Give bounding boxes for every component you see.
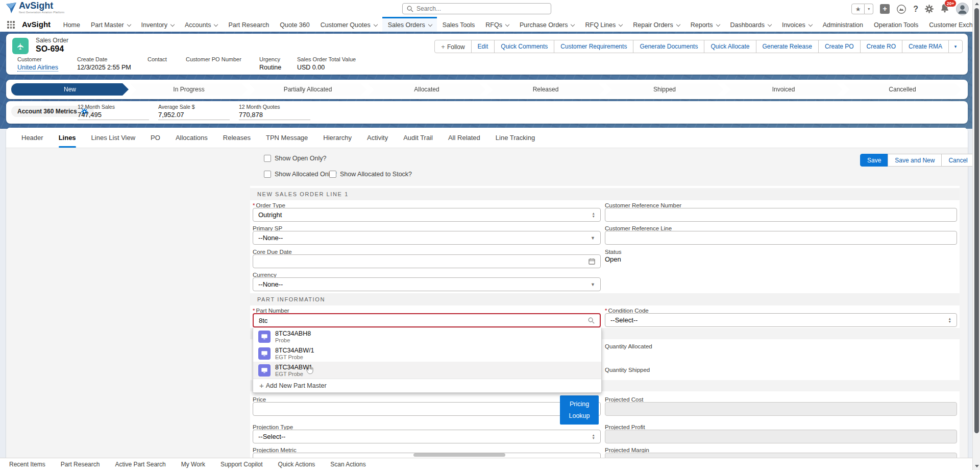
record-action-button[interactable]: Quick Comments (494, 40, 554, 53)
show-allocated-to-stock-checkbox[interactable] (329, 171, 336, 178)
record-action-button[interactable]: Customer Requirements (554, 40, 633, 53)
record-action-button[interactable]: Edit (471, 40, 495, 53)
favorites-star-icon[interactable]: ★ (851, 4, 865, 14)
scrollbar-up-arrow[interactable] (975, 3, 979, 5)
save-and-new-button[interactable]: Save and New (888, 154, 942, 167)
record-action-button[interactable]: Create RO (860, 40, 902, 53)
record-tab[interactable]: Activity (367, 128, 388, 148)
nav-tab[interactable]: Quote 360 (275, 17, 315, 32)
record-tab[interactable]: Lines (59, 128, 76, 148)
utility-bar-item[interactable]: Part Research (61, 461, 100, 468)
show-allocated-only-checkbox[interactable] (264, 171, 271, 178)
horizontal-scrollbar-thumb[interactable] (413, 453, 505, 457)
core-due-date-input[interactable] (253, 254, 601, 268)
cancel-button[interactable]: Cancel (941, 154, 974, 167)
price-input[interactable] (253, 402, 601, 416)
record-tab[interactable]: Releases (223, 128, 251, 148)
plus-icon: + (259, 381, 264, 390)
path-stage[interactable]: Partially Allocated (249, 83, 366, 96)
path-stage[interactable]: New (11, 83, 129, 96)
vertical-scrollbar-thumb[interactable] (974, 8, 979, 433)
nav-tab[interactable]: Inventory (136, 17, 179, 32)
nav-tab[interactable]: Invoices (776, 17, 817, 32)
nav-tab[interactable]: Repair Orders (628, 17, 685, 32)
path-stage[interactable]: Cancelled (844, 83, 961, 96)
setup-gear-icon[interactable] (925, 5, 934, 13)
customer-reference-number-input[interactable] (605, 208, 957, 222)
path-stage[interactable]: In Progress (130, 83, 248, 96)
utility-bar-item[interactable]: Recent Items (9, 461, 45, 468)
record-tab[interactable]: Lines List View (91, 128, 135, 148)
nav-tab[interactable]: Sales Orders (382, 17, 437, 32)
follow-button[interactable]: +Follow (434, 40, 471, 53)
add-new-part-master-option[interactable]: + Add New Part Master (253, 379, 601, 392)
chevron-down-icon (505, 22, 509, 26)
user-avatar[interactable] (956, 3, 969, 15)
record-action-button[interactable]: Generate Release (756, 40, 819, 53)
utility-bar-item[interactable]: Active Part Search (115, 461, 165, 468)
order-type-select[interactable]: Outright ▲▼ (253, 208, 601, 222)
path-stage[interactable]: Shipped (606, 83, 723, 96)
nav-tab[interactable]: Sales Tools (437, 17, 480, 32)
primary-sp-dropdown[interactable]: --None-- ▼ (253, 231, 601, 245)
record-action-button[interactable]: Quick Allocate (704, 40, 756, 53)
nav-tab[interactable]: Reports (685, 17, 725, 32)
record-tab[interactable]: Audit Trail (403, 128, 433, 148)
nav-tab[interactable]: Part Research (223, 17, 275, 32)
show-open-only-checkbox[interactable] (264, 155, 271, 162)
part-result-name: 8TC34ABW/1 (275, 347, 314, 354)
nav-tab[interactable]: Dashboards (725, 17, 776, 32)
nav-tab[interactable]: Customer Quotes (315, 17, 382, 32)
part-number-input[interactable] (259, 317, 580, 324)
utility-bar-item[interactable]: Scan Actions (330, 461, 365, 468)
nav-tab[interactable]: Operation Tools (868, 17, 923, 32)
more-actions-caret-button[interactable]: ▾ (948, 40, 963, 53)
favorites-caret-icon[interactable]: ▾ (865, 4, 873, 14)
record-action-button[interactable]: Create RMA (902, 40, 949, 53)
part-result-item[interactable]: 8TC34ABW/1 EGT Probe (253, 345, 601, 362)
record-detail: Customer PO Number (186, 56, 259, 72)
calendar-icon[interactable] (589, 258, 595, 265)
record-tab[interactable]: Line Tracking (496, 128, 535, 148)
nav-tab[interactable]: Customer Exchange Summaries (924, 17, 980, 32)
record-action-button[interactable]: Create PO (818, 40, 861, 53)
record-tab[interactable]: All Related (448, 128, 480, 148)
nav-tab[interactable]: Purchase Orders (514, 17, 579, 32)
nav-tab[interactable]: RFQ Lines (580, 17, 628, 32)
vertical-scrollbar[interactable] (972, 0, 980, 470)
help-icon[interactable]: ? (913, 5, 918, 14)
app-launcher-icon[interactable] (7, 21, 15, 29)
global-search[interactable] (402, 3, 551, 14)
customer-reference-line-input[interactable] (605, 231, 957, 245)
nav-tab[interactable]: Home (58, 17, 85, 32)
record-tab[interactable]: Header (21, 128, 43, 148)
record-tab[interactable]: TPN Message (266, 128, 308, 148)
detail-value: USD 0.00 (297, 64, 394, 71)
path-stage[interactable]: Released (487, 83, 604, 96)
chevron-down-icon (571, 22, 575, 26)
search-input[interactable] (416, 5, 539, 12)
path-stage[interactable]: Allocated (368, 83, 485, 96)
guidance-center-icon[interactable] (896, 4, 906, 14)
nav-tab[interactable]: RFQs (480, 17, 514, 32)
utility-bar-item[interactable]: Quick Actions (278, 461, 315, 468)
record-tab[interactable]: PO (151, 128, 160, 148)
condition-code-select[interactable]: --Select-- ▲▼ (605, 313, 957, 327)
path-stage[interactable]: Invoiced (725, 83, 842, 96)
currency-dropdown[interactable]: --None-- ▼ (253, 277, 601, 291)
utility-bar-item[interactable]: My Work (181, 461, 205, 468)
save-button[interactable]: Save (860, 154, 888, 167)
nav-tab[interactable]: Accounts (180, 17, 223, 32)
record-tab[interactable]: Hierarchy (323, 128, 352, 148)
quick-create-icon[interactable]: + (880, 4, 890, 14)
projection-type-select[interactable]: --Select-- ▲▼ (253, 430, 601, 443)
utility-bar-item[interactable]: Support Copilot (220, 461, 263, 468)
record-tab[interactable]: Allocations (176, 128, 208, 148)
scrollbar-down-arrow[interactable] (975, 465, 979, 467)
nav-tab[interactable]: Part Master (85, 17, 136, 32)
part-result-item[interactable]: 8TC34ABH8 Probe (253, 328, 601, 345)
detail-value[interactable]: United Airlines (17, 64, 58, 72)
pricing-lookup-button[interactable]: Pricing Lookup (560, 395, 599, 425)
record-action-button[interactable]: Generate Documents (633, 40, 704, 53)
nav-tab[interactable]: Administration (817, 17, 868, 32)
